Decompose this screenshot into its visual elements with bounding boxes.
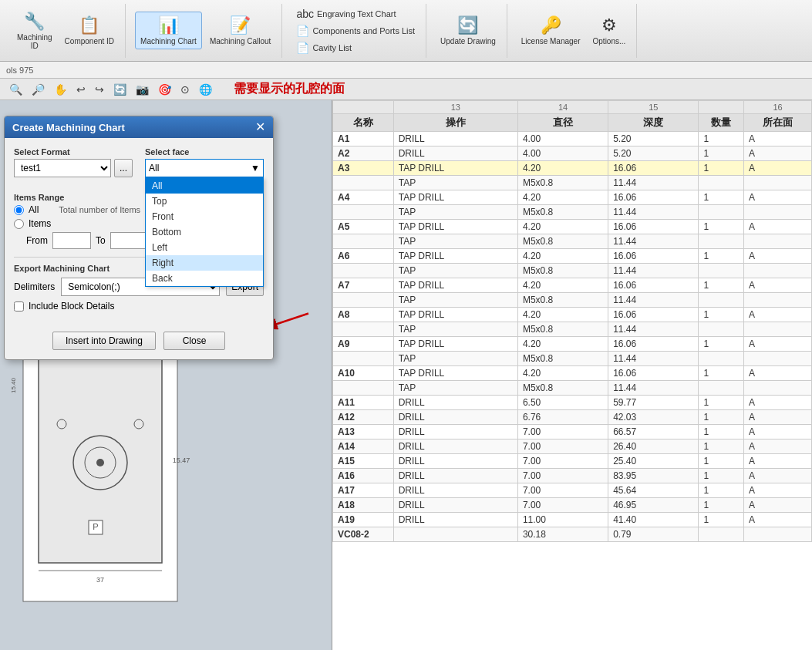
options-label: Options... (593, 37, 626, 45)
text-items-group: abc Engraving Text Chart 📄 Components an… (291, 6, 419, 56)
components-ports-list-label: Components and Ports List (312, 26, 415, 35)
component-id-label: Component ID (65, 37, 114, 45)
include-block-details-row: Include Block Details (14, 301, 264, 312)
tools-bar: 🔍 🔎 ✋ ↩ ↪ 🔄 📷 🎯 ⊙ 🌐 需要显示的孔腔的面 (0, 79, 812, 100)
tool-camera[interactable]: 📷 (133, 82, 152, 97)
tool-circle[interactable]: ⊙ (177, 82, 193, 97)
options-button[interactable]: ⚙ Options... (588, 12, 631, 49)
machining-chart-icon: 📊 (158, 15, 179, 35)
machining-callout-icon: 📝 (230, 15, 251, 35)
to-label: To (96, 235, 106, 246)
license-icon: 🔑 (541, 15, 561, 35)
tool-zoom-in[interactable]: 🔍 (6, 82, 25, 97)
face-dropdown-arrow: ▼ (251, 163, 260, 173)
toolbar-group-text: abc Engraving Text Chart 📄 Components an… (285, 4, 426, 58)
dialog-overlay: Create Machining Chart ✕ Select Format t… (0, 100, 812, 650)
create-machining-chart-dialog: Create Machining Chart ✕ Select Format t… (4, 116, 274, 360)
format-input-row: test1 ... (14, 159, 133, 177)
update-drawing-button[interactable]: 🔄 Update Drawing (436, 12, 500, 49)
delimiters-label: Delimiters (14, 281, 55, 292)
subtitle-label: ols 975 (6, 66, 33, 75)
tool-zoom-out[interactable]: 🔎 (29, 82, 48, 97)
face-option-right[interactable]: Right (146, 255, 263, 271)
toolbar-group-machining-id: 🔧 MachiningID 📋 Component ID (6, 4, 126, 58)
tool-undo[interactable]: ↩ (73, 82, 89, 97)
toolbar-group-chart: 📊 Machining Chart 📝 Machining Callout (129, 4, 282, 58)
tool-globe[interactable]: 🌐 (196, 82, 215, 97)
radio-items[interactable] (14, 219, 24, 229)
machining-callout-button[interactable]: 📝 Machining Callout (205, 12, 276, 49)
face-option-back[interactable]: Back (146, 271, 263, 286)
machining-id-label: MachiningID (17, 33, 52, 50)
format-browse-button[interactable]: ... (114, 159, 133, 177)
face-dropdown-list: All Top Front Bottom Left Right Back (145, 177, 264, 287)
engraving-text-chart-item[interactable]: abc Engraving Text Chart (291, 6, 419, 22)
radio-items-label: Items (29, 218, 51, 229)
face-dropdown-trigger[interactable]: All ▼ (145, 159, 264, 177)
engraving-icon: abc (296, 8, 314, 20)
face-option-all[interactable]: All (146, 178, 263, 194)
close-button[interactable]: Close (163, 332, 225, 350)
license-manager-button[interactable]: 🔑 License Manager (517, 12, 585, 49)
face-option-left[interactable]: Left (146, 240, 263, 255)
machining-chart-button[interactable]: 📊 Machining Chart (135, 12, 202, 49)
engraving-text-chart-label: Engraving Text Chart (317, 9, 396, 19)
select-format-label: Select Format (14, 147, 133, 157)
machining-chart-label: Machining Chart (140, 37, 197, 45)
insert-into-drawing-button[interactable]: Insert into Drawing (52, 332, 156, 350)
face-option-front[interactable]: Front (146, 209, 263, 224)
cavity-list-item[interactable]: 📄 Cavity List (291, 40, 419, 56)
radio-all[interactable] (14, 205, 24, 215)
tool-redo[interactable]: ↪ (92, 82, 107, 97)
include-block-details-label: Include Block Details (29, 301, 114, 312)
face-dropdown-value: All (149, 163, 159, 173)
update-drawing-label: Update Drawing (440, 37, 496, 45)
select-format-group: Select Format test1 ... (14, 147, 133, 177)
from-label: From (26, 235, 48, 246)
format-select[interactable]: test1 (14, 159, 111, 177)
to-input[interactable] (110, 232, 149, 249)
toolbar-group-update: 🔄 Update Drawing (430, 4, 507, 58)
machining-id-button[interactable]: 🔧 MachiningID (12, 8, 57, 53)
machining-id-icon: 🔧 (24, 12, 45, 32)
component-id-icon: 📋 (79, 15, 99, 35)
cavity-list-label: Cavity List (312, 43, 352, 52)
select-face-label: Select face (145, 147, 264, 157)
total-label: Total number of Items (59, 205, 140, 214)
license-manager-label: License Manager (521, 37, 581, 45)
subtitle-bar: ols 975 (0, 62, 812, 79)
component-id-button[interactable]: 📋 Component ID (60, 12, 119, 49)
dialog-body: Select Format test1 ... Select face (5, 138, 273, 325)
cavity-icon: 📄 (296, 42, 309, 54)
format-face-row: Select Format test1 ... Select face (14, 147, 264, 185)
from-input[interactable] (52, 232, 91, 249)
tool-target[interactable]: 🎯 (155, 82, 174, 97)
annotation-text: 需要显示的孔腔的面 (234, 81, 345, 97)
dialog-title-text: Create Machining Chart (12, 122, 125, 133)
face-option-top[interactable]: Top (146, 194, 263, 209)
face-option-bottom[interactable]: Bottom (146, 224, 263, 240)
dialog-footer: Insert into Drawing Close (5, 325, 273, 359)
toolbar-group-license: 🔑 License Manager ⚙ Options... (510, 4, 638, 58)
main-area: 37 15.47 P 0 15.40 61 (0, 100, 812, 650)
dialog-title-bar: Create Machining Chart ✕ (5, 116, 273, 138)
select-face-group: Select face All ▼ All Top Front (145, 147, 264, 177)
update-drawing-icon: 🔄 (457, 15, 478, 35)
tool-refresh[interactable]: 🔄 (110, 82, 130, 97)
radio-all-label: All (29, 204, 39, 215)
face-dropdown-wrapper: All ▼ All Top Front Bottom Left Right (145, 159, 264, 177)
components-icon: 📄 (296, 25, 309, 37)
components-ports-list-item[interactable]: 📄 Components and Ports List (291, 23, 419, 39)
toolbar: 🔧 MachiningID 📋 Component ID 📊 Machining… (0, 0, 812, 62)
machining-callout-label: Machining Callout (210, 37, 271, 45)
include-block-details-checkbox[interactable] (14, 301, 24, 312)
tool-pan[interactable]: ✋ (51, 82, 70, 97)
options-icon: ⚙ (601, 15, 617, 35)
dialog-close-button[interactable]: ✕ (255, 121, 265, 133)
